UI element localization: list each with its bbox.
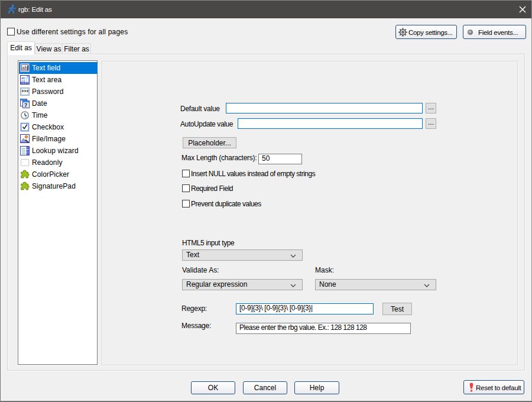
svg-text:7: 7: [24, 102, 27, 108]
svg-text:***: ***: [22, 89, 29, 96]
svg-text:cd: cd: [21, 79, 25, 83]
